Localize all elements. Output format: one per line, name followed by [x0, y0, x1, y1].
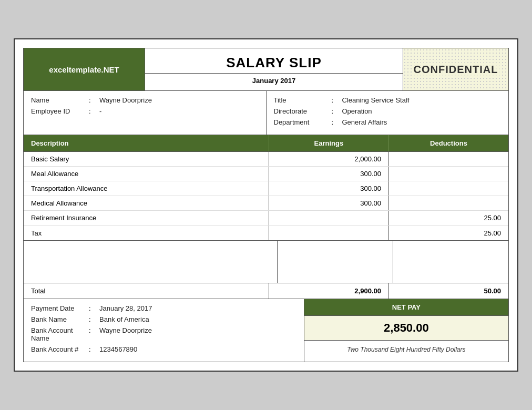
cell-deductions: [389, 167, 508, 181]
spacer-earn: [278, 241, 393, 283]
cell-desc: Retirement Insurance: [24, 211, 269, 225]
table-row: Medical Allowance 300.00: [24, 196, 508, 211]
header-center: SALARY SLIP January 2017: [145, 48, 403, 90]
info-right: Title : Cleaning Service Staff Directora…: [267, 91, 509, 135]
table-row: Basic Salary 2,000.00: [24, 152, 508, 167]
title-value: Cleaning Service Staff: [342, 96, 410, 104]
cell-earnings: 300.00: [269, 196, 389, 210]
bottom-left: Payment Date : January 28, 2017 Bank Nam…: [24, 299, 304, 362]
total-row: Total 2,900.00 50.00: [23, 283, 509, 299]
directorate-colon: :: [332, 107, 342, 115]
net-pay-words: Two Thousand Eight Hundred Fifty Dollars: [304, 341, 508, 358]
salary-slip-page: exceltemplate.NET SALARY SLIP January 20…: [14, 38, 518, 372]
name-value: Wayne Doorprize: [99, 96, 152, 104]
title-label: Title: [274, 96, 332, 104]
title-row: Title : Cleaning Service Staff: [274, 96, 502, 104]
table-body: Basic Salary 2,000.00 Meal Allowance 300…: [23, 152, 509, 241]
cell-deductions: 25.00: [389, 211, 508, 225]
cell-earnings: 2,000.00: [269, 152, 389, 166]
cell-earnings: 300.00: [269, 181, 389, 196]
col-earnings-header: Earnings: [269, 135, 389, 151]
logo-text: exceltemplate.NET: [49, 65, 119, 74]
payment-date-row: Payment Date : January 28, 2017: [31, 304, 296, 312]
name-colon: :: [89, 96, 99, 104]
directorate-row: Directorate : Operation: [274, 107, 502, 115]
account-name-value: Wayne Doorprize: [99, 326, 152, 334]
info-left: Name : Wayne Doorprize Employee ID : -: [24, 91, 267, 135]
table-header: Description Earnings Deductions: [23, 135, 509, 152]
logo: exceltemplate.NET: [24, 48, 145, 90]
department-row: Department : General Affairs: [274, 118, 502, 126]
id-label: Employee ID: [31, 107, 89, 115]
account-num-label: Bank Account #: [31, 345, 89, 353]
info-section: Name : Wayne Doorprize Employee ID : - T…: [23, 91, 509, 135]
confidential-box: CONFIDENTIAL: [403, 48, 508, 90]
directorate-value: Operation: [342, 107, 372, 115]
id-row: Employee ID : -: [31, 107, 259, 115]
spacer-rows: [23, 241, 509, 283]
directorate-label: Directorate: [274, 107, 332, 115]
net-pay-amount: 2,850.00: [304, 316, 508, 341]
total-earnings: 2,900.00: [269, 283, 389, 299]
cell-deductions: [389, 181, 508, 196]
id-colon: :: [89, 107, 99, 115]
col-deductions-header: Deductions: [389, 135, 508, 151]
bank-name-row: Bank Name : Bank of America: [31, 315, 296, 323]
table-row: Meal Allowance 300.00: [24, 167, 508, 181]
total-deductions: 50.00: [389, 283, 508, 299]
account-name-row: Bank Account Name : Wayne Doorprize: [31, 326, 296, 342]
cell-desc: Medical Allowance: [24, 196, 269, 210]
title-colon: :: [332, 96, 342, 104]
bank-name-value: Bank of America: [99, 315, 149, 323]
spacer-desc: [24, 241, 278, 283]
payment-date-value: January 28, 2017: [99, 304, 152, 312]
cell-desc: Basic Salary: [24, 152, 269, 166]
bank-name-label: Bank Name: [31, 315, 89, 323]
id-value: -: [99, 107, 101, 115]
table-row: Retirement Insurance 25.00: [24, 211, 508, 226]
department-label: Department: [274, 118, 332, 126]
cell-earnings: [269, 226, 389, 240]
col-desc-header: Description: [24, 135, 269, 151]
cell-deductions: [389, 196, 508, 210]
slip-title: SALARY SLIP: [145, 48, 403, 73]
department-colon: :: [332, 118, 342, 126]
table-row: Tax 25.00: [24, 226, 508, 240]
bottom-section: Payment Date : January 28, 2017 Bank Nam…: [23, 299, 509, 362]
cell-desc: Meal Allowance: [24, 167, 269, 181]
slip-date: January 2017: [145, 73, 403, 88]
name-row: Name : Wayne Doorprize: [31, 96, 259, 104]
spacer-ded: [393, 241, 508, 283]
account-name-label: Bank Account Name: [31, 326, 89, 342]
payment-date-label: Payment Date: [31, 304, 89, 312]
name-label: Name: [31, 96, 89, 104]
header: exceltemplate.NET SALARY SLIP January 20…: [23, 48, 509, 91]
cell-earnings: 300.00: [269, 167, 389, 181]
net-pay-header: NET PAY: [304, 299, 508, 316]
confidential-text: CONFIDENTIAL: [412, 63, 500, 77]
table-row: Transportation Allowance 300.00: [24, 181, 508, 196]
bottom-right: NET PAY 2,850.00 Two Thousand Eight Hund…: [304, 299, 508, 362]
cell-earnings: [269, 211, 389, 225]
cell-deductions: [389, 152, 508, 166]
department-value: General Affairs: [342, 118, 387, 126]
cell-deductions: 25.00: [389, 226, 508, 240]
account-num-row: Bank Account # : 1234567890: [31, 345, 296, 353]
account-num-value: 1234567890: [99, 345, 137, 353]
cell-desc: Tax: [24, 226, 269, 240]
cell-desc: Transportation Allowance: [24, 181, 269, 196]
total-label: Total: [24, 283, 269, 299]
